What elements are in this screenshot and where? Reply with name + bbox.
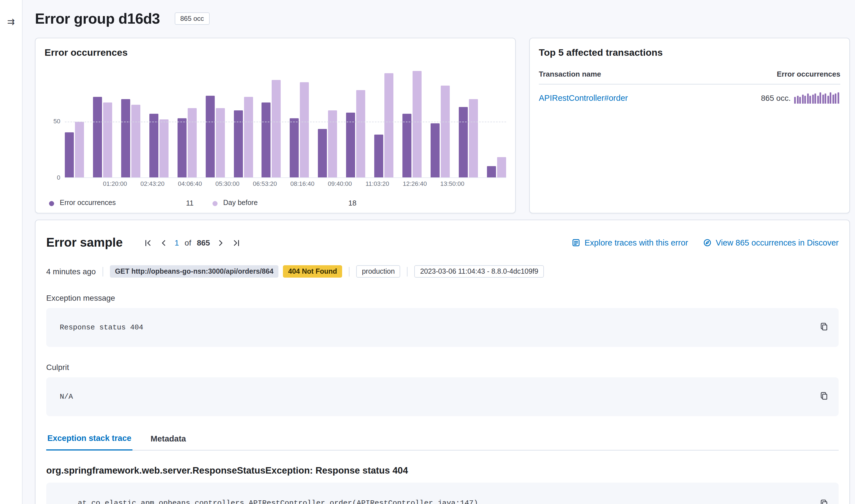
copy-button[interactable] (818, 391, 830, 402)
legend-value-daybefore: 18 (348, 199, 356, 207)
legend-dot (49, 201, 54, 206)
sparkline-bar (824, 93, 826, 104)
transaction-occurrences-cell: 865 occ. (761, 92, 840, 104)
bar (328, 110, 337, 177)
sample-pagination: 1 of 865 (143, 238, 242, 248)
first-page-button[interactable] (143, 238, 153, 248)
sparkline-bar (794, 97, 796, 104)
legend-dot (212, 201, 217, 206)
bar (93, 96, 102, 177)
sparkline-bar (837, 92, 839, 104)
page-title: Error group d16d3 (35, 10, 160, 27)
bar (290, 118, 299, 177)
transaction-occurrences-value: 865 occ. (761, 93, 791, 103)
trace-list-icon (572, 238, 580, 247)
tab-metadata[interactable]: Metadata (150, 434, 187, 450)
sparkline-bar (835, 93, 836, 104)
next-page-button[interactable] (215, 238, 226, 248)
status-badge: 404 Not Found (283, 265, 343, 277)
x-axis-label: 08:16:40 (290, 180, 314, 187)
sample-tabs: Exception stack trace Metadata (46, 434, 839, 450)
legend-value-current: 11 (186, 199, 194, 207)
x-axis-label: 13:50:00 (440, 180, 465, 187)
apm-error-group-page: ⇉ Error group d16d3 865 occ Error occurr… (0, 0, 855, 504)
stack-trace-title: org.springframework.web.server.ResponseS… (46, 465, 839, 476)
transaction-link[interactable]: APIRestController#order (539, 93, 628, 103)
bar (262, 102, 271, 177)
sidebar-rail: ⇉ (0, 0, 22, 504)
stack-trace-line: at co.elastic.apm.opbeans.controllers.AP… (60, 496, 805, 504)
expand-sidebar-icon[interactable]: ⇉ (4, 15, 18, 28)
separator (103, 267, 103, 276)
bar (497, 157, 506, 177)
pagination-current: 1 (174, 238, 179, 247)
sparkline-bar (820, 92, 821, 104)
bar (103, 102, 112, 177)
sparkline-bar (799, 97, 801, 104)
request-badges: GET http://opbeans-go-nsn:3000/api/order… (110, 265, 342, 277)
explore-traces-link[interactable]: Explore traces with this error (572, 238, 688, 247)
header-links: Explore traces with this error View 865 … (572, 238, 839, 247)
copy-button[interactable] (818, 322, 830, 333)
sparkline-bar (832, 95, 834, 104)
previous-page-button[interactable] (159, 238, 169, 248)
sample-meta-row: 4 minutes ago GET http://opbeans-go-nsn:… (46, 265, 839, 277)
table-row: APIRestController#order 865 occ. (539, 85, 840, 111)
x-axis-label: 11:03:20 (366, 180, 389, 187)
bar (233, 110, 243, 177)
bar (459, 107, 468, 177)
sparkline-bar (807, 93, 808, 104)
bar (374, 135, 383, 177)
copy-icon (820, 499, 828, 504)
legend-label-current: Error occurrences (60, 199, 116, 207)
culprit-block: N/A (46, 377, 839, 416)
pagination-total: 865 (197, 238, 210, 247)
x-axis-label: 02:43:20 (140, 180, 164, 187)
bar (402, 113, 412, 177)
page-header: Error group d16d3 865 occ (35, 8, 850, 29)
bar (384, 73, 394, 177)
exception-message-value: Response status 404 (60, 323, 143, 332)
bar-plot[interactable] (65, 65, 506, 178)
sparkline (794, 92, 840, 104)
sparkline-bar (817, 96, 819, 104)
request-url-badge: GET http://opbeans-go-nsn:3000/api/order… (110, 265, 279, 277)
copy-button[interactable] (818, 498, 830, 504)
view-in-discover-link[interactable]: View 865 occurrences in Discover (703, 238, 839, 247)
culprit-label: Culprit (46, 363, 839, 372)
x-axis-label: 06:53:20 (253, 180, 277, 187)
bar (441, 86, 450, 177)
bar (318, 129, 327, 177)
sparkline-bar (809, 96, 811, 104)
bar (272, 80, 281, 177)
sparkline-bar (815, 93, 816, 104)
bar (244, 96, 253, 177)
bar (159, 119, 169, 177)
column-error-occurrences: Error occurrences (777, 70, 840, 78)
environment-badge: production (356, 265, 400, 277)
bar (469, 99, 478, 177)
stack-trace-block: at co.elastic.apm.opbeans.controllers.AP… (46, 483, 839, 504)
x-axis-labels: 01:20:0002:43:2004:06:4005:30:0006:53:20… (65, 180, 506, 190)
bar (300, 82, 309, 177)
bar (206, 95, 214, 177)
error-sample-title: Error sample (46, 235, 123, 250)
x-axis-label: 12:26:40 (403, 180, 427, 187)
bar (121, 99, 130, 177)
error-sample-card: Error sample 1 of 865 (35, 220, 850, 504)
bar (150, 113, 158, 177)
error-sample-header: Error sample 1 of 865 (46, 235, 839, 250)
separator (349, 267, 349, 276)
tab-exception-stack-trace[interactable]: Exception stack trace (46, 434, 133, 450)
pagination-of-label: of (185, 238, 191, 247)
legend-label-daybefore: Day before (223, 199, 258, 207)
y-tick-50: 50 (54, 118, 60, 124)
gridline-50 (65, 121, 506, 122)
timestamp-ago: 4 minutes ago (46, 267, 96, 276)
x-axis-label: 04:06:40 (178, 180, 202, 187)
page-content: Error group d16d3 865 occ Error occurren… (35, 0, 850, 504)
last-page-button[interactable] (231, 238, 242, 248)
exception-message-label: Exception message (46, 293, 839, 302)
transactions-table-header: Transaction name Error occurrences (539, 70, 840, 85)
sparkline-bar (822, 95, 824, 104)
